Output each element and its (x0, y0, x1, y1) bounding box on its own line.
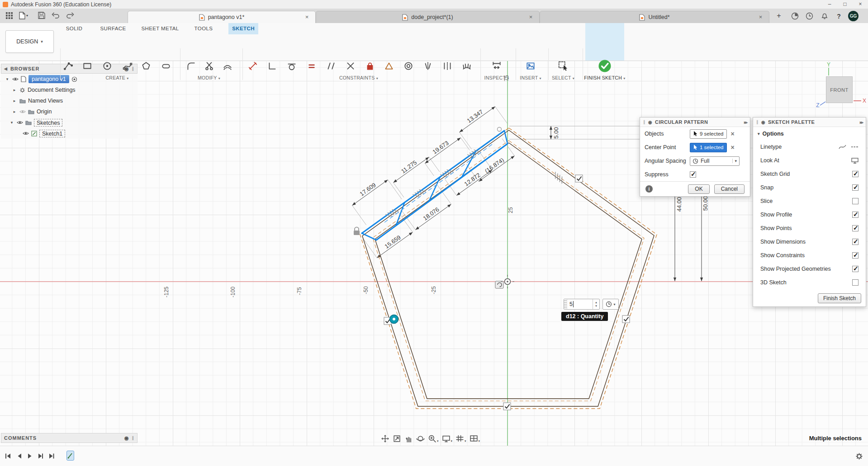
grid-settings-button[interactable]: ▾ (455, 434, 466, 443)
coincident-marker-icon[interactable] (390, 315, 398, 324)
ribbon-tab-sheet-metal[interactable]: SHEET METAL (137, 23, 184, 34)
close-window-button[interactable]: × (853, 0, 868, 9)
polygon-tool-icon[interactable] (139, 59, 153, 73)
palette-expand-icon[interactable]: ▸▸ (860, 120, 863, 125)
expand-closed-icon[interactable]: ▸ (12, 99, 17, 103)
suppress-checkbox[interactable] (690, 171, 696, 178)
collinear-constraint-icon[interactable] (441, 59, 454, 73)
visibility-eye-icon[interactable] (12, 77, 19, 81)
timeline-step-forward-button[interactable] (36, 452, 45, 461)
info-icon[interactable]: i (645, 185, 653, 193)
file-menu-caret-icon[interactable]: ▾ (26, 14, 28, 18)
finish-sketch-button[interactable]: Finish Sketch (818, 293, 861, 303)
timeline-play-button[interactable] (25, 452, 34, 461)
trim-tool-icon[interactable] (203, 59, 216, 73)
document-tab-2[interactable]: dode_project*(1) × (316, 11, 540, 23)
equal-constraint-icon[interactable] (305, 59, 318, 73)
concentric-constraint-icon[interactable] (402, 59, 415, 73)
user-avatar[interactable]: GG (848, 10, 859, 22)
symmetry-constraint-icon[interactable] (421, 59, 435, 73)
cancel-button[interactable]: Cancel (714, 184, 745, 194)
create-group-label[interactable]: CREATE ▾ (90, 75, 144, 81)
expand-open-icon[interactable]: ▾ (5, 77, 10, 81)
look-at-icon[interactable] (851, 157, 859, 164)
timeline-sketch-feature[interactable] (66, 451, 74, 461)
collapse-panel-icon[interactable]: ◀ (4, 66, 8, 71)
design-workspace-selector[interactable]: DESIGN ▾ (5, 30, 54, 53)
recent-activity-icon[interactable] (804, 10, 815, 22)
browser-item-origin[interactable]: ▸ Origin (1, 106, 138, 117)
line-tool-icon[interactable] (62, 59, 75, 73)
center-point-selection-button[interactable]: 1 selected (690, 143, 727, 152)
show-projected-geometries-checkbox[interactable] (852, 266, 859, 272)
ribbon-tab-solid[interactable]: SOLID (59, 23, 90, 34)
options-section-header[interactable]: ▾ Options (753, 127, 866, 140)
quantity-input[interactable]: 5 ▴ ▾ (564, 299, 600, 310)
orbit-button[interactable] (416, 434, 425, 443)
sketch-grid-checkbox[interactable] (852, 171, 859, 177)
clear-objects-icon[interactable]: × (730, 130, 734, 137)
show-profile-checkbox[interactable] (852, 212, 859, 218)
maximize-button[interactable]: □ (837, 0, 853, 9)
palette-grip[interactable]: ∥ (756, 120, 759, 124)
ribbon-tab-tools[interactable]: TOOLS (189, 23, 218, 34)
select-tool-icon[interactable] (556, 59, 570, 73)
dialog-expand-icon[interactable]: ▸▸ (744, 120, 747, 125)
panel-options-icon[interactable]: ◉ (124, 435, 129, 441)
job-status-icon[interactable] (789, 10, 801, 22)
curvature-constraint-icon[interactable] (460, 59, 474, 73)
sketch-dimension-icon[interactable] (246, 59, 260, 73)
document-tab-1[interactable]: pantagono v1* × (128, 11, 316, 23)
centerline-linetype-icon[interactable] (839, 144, 846, 150)
spline-tool-icon[interactable] (121, 59, 134, 73)
ribbon-tab-surface[interactable]: SURFACE (94, 23, 132, 34)
expand-closed-icon[interactable]: ▸ (12, 109, 17, 114)
browser-item-document-settings[interactable]: ▸ Document Settings (1, 85, 138, 95)
panel-resize-grip[interactable]: ∥ (132, 436, 135, 440)
construction-linetype-icon[interactable] (851, 144, 859, 150)
show-constraints-checkbox[interactable] (852, 252, 859, 259)
quantity-stepper[interactable]: ▴ ▾ (593, 299, 599, 309)
circle-tool-icon[interactable] (100, 59, 114, 73)
new-tab-button[interactable]: + (774, 12, 783, 20)
show-points-checkbox[interactable] (852, 225, 859, 231)
fit-button[interactable] (393, 434, 401, 443)
close-tab-icon[interactable]: × (304, 14, 310, 20)
display-settings-button[interactable]: ▾ (442, 434, 453, 443)
clear-center-point-icon[interactable]: × (730, 144, 734, 151)
save-icon[interactable] (38, 12, 45, 19)
timeline-go-to-start-button[interactable] (4, 452, 13, 461)
comments-header[interactable]: COMMENTS ◉ ∥ (1, 433, 138, 443)
app-grid-icon[interactable] (5, 12, 13, 19)
dialog-header[interactable]: ∥ ◉ CIRCULAR PATTERN ▸▸ (640, 118, 750, 127)
tangent-constraint-icon[interactable] (285, 59, 299, 73)
midpoint-constraint-icon[interactable] (382, 59, 396, 73)
close-tab-icon[interactable]: × (757, 14, 764, 20)
viewport-layout-button[interactable]: ▾ (470, 434, 480, 443)
close-tab-icon[interactable]: × (527, 14, 534, 20)
3d-sketch-checkbox[interactable] (852, 279, 859, 286)
expand-closed-icon[interactable]: ▸ (12, 88, 17, 92)
horizontal-vertical-constraint-icon[interactable] (266, 59, 279, 73)
browser-item-sketches[interactable]: ▾ Sketches (1, 117, 138, 128)
undo-icon[interactable] (52, 12, 60, 19)
visibility-eye-icon[interactable] (19, 109, 26, 114)
notifications-bell-icon[interactable] (819, 10, 830, 22)
offset-tool-icon[interactable] (221, 59, 234, 73)
show-dimensions-checkbox[interactable] (852, 239, 859, 245)
zoom-button[interactable]: ▾ (428, 434, 439, 443)
measure-tool-icon[interactable] (490, 59, 503, 73)
pan-button[interactable] (381, 434, 389, 443)
browser-item-named-views[interactable]: ▸ Named Views (1, 95, 138, 106)
minimize-button[interactable]: – (822, 0, 837, 9)
snap-checkbox[interactable] (852, 184, 859, 191)
parallel-constraint-icon[interactable] (324, 59, 338, 73)
finish-sketch-group-label[interactable]: FINISH SKETCH ▾ (579, 75, 631, 81)
help-icon[interactable]: ? (833, 10, 844, 22)
coincident-constraint-icon[interactable] (344, 59, 357, 73)
timeline-go-to-end-button[interactable] (47, 452, 56, 461)
fillet-tool-icon[interactable] (184, 59, 198, 73)
pan-hand-button[interactable] (404, 434, 413, 443)
expand-open-icon[interactable]: ▾ (9, 120, 14, 125)
dialog-grip[interactable]: ∥ (643, 120, 645, 124)
